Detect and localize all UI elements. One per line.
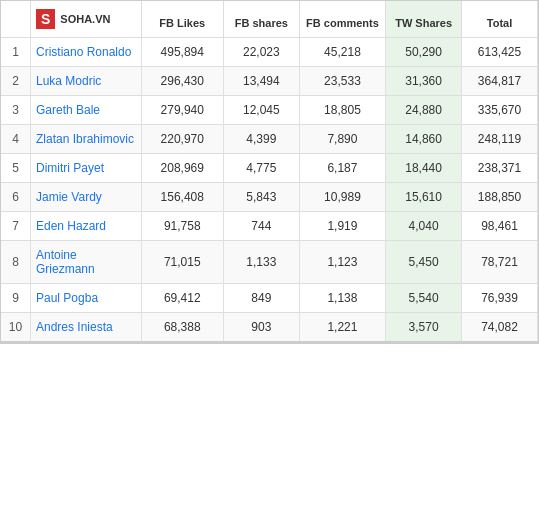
fb-likes-cell: 69,412 (141, 284, 223, 313)
total-cell: 188,850 (462, 183, 538, 212)
player-name[interactable]: Cristiano Ronaldo (31, 38, 142, 67)
rank-cell: 7 (1, 212, 31, 241)
fb-likes-cell: 208,969 (141, 154, 223, 183)
table-row: 3 Gareth Bale 279,940 12,045 18,805 24,8… (1, 96, 538, 125)
player-name[interactable]: Antoine Griezmann (31, 241, 142, 284)
tw-shares-cell: 24,880 (386, 96, 462, 125)
tw-shares-cell: 5,450 (386, 241, 462, 284)
fb-shares-cell: 1,133 (223, 241, 299, 284)
fb-comments-cell: 23,533 (299, 67, 385, 96)
rank-cell: 4 (1, 125, 31, 154)
fb-shares-header: FB shares (223, 1, 299, 38)
total-cell: 248,119 (462, 125, 538, 154)
tw-shares-cell: 3,570 (386, 313, 462, 343)
fb-shares-cell: 744 (223, 212, 299, 241)
tw-shares-cell: 14,860 (386, 125, 462, 154)
fb-shares-cell: 4,399 (223, 125, 299, 154)
player-name[interactable]: Paul Pogba (31, 284, 142, 313)
rank-cell: 3 (1, 96, 31, 125)
rank-cell: 10 (1, 313, 31, 343)
fb-comments-cell: 18,805 (299, 96, 385, 125)
player-name[interactable]: Luka Modric (31, 67, 142, 96)
total-cell: 74,082 (462, 313, 538, 343)
table-row: 7 Eden Hazard 91,758 744 1,919 4,040 98,… (1, 212, 538, 241)
fb-likes-cell: 296,430 (141, 67, 223, 96)
fb-likes-cell: 68,388 (141, 313, 223, 343)
tw-shares-cell: 5,540 (386, 284, 462, 313)
fb-comments-header: FB comments (299, 1, 385, 38)
table-row: 6 Jamie Vardy 156,408 5,843 10,989 15,61… (1, 183, 538, 212)
tw-shares-cell: 4,040 (386, 212, 462, 241)
fb-shares-cell: 5,843 (223, 183, 299, 212)
fb-likes-cell: 71,015 (141, 241, 223, 284)
total-cell: 78,721 (462, 241, 538, 284)
rank-cell: 2 (1, 67, 31, 96)
table-row: 1 Cristiano Ronaldo 495,894 22,023 45,21… (1, 38, 538, 67)
rank-header (1, 1, 31, 38)
fb-comments-cell: 1,919 (299, 212, 385, 241)
tw-shares-cell: 15,610 (386, 183, 462, 212)
player-name[interactable]: Zlatan Ibrahimovic (31, 125, 142, 154)
logo-text: SOHA.VN (60, 13, 110, 25)
tw-shares-header: TW Shares (386, 1, 462, 38)
rank-cell: 8 (1, 241, 31, 284)
fb-shares-cell: 12,045 (223, 96, 299, 125)
fb-likes-cell: 156,408 (141, 183, 223, 212)
table-row: 9 Paul Pogba 69,412 849 1,138 5,540 76,9… (1, 284, 538, 313)
tw-shares-cell: 50,290 (386, 38, 462, 67)
table-row: 2 Luka Modric 296,430 13,494 23,533 31,3… (1, 67, 538, 96)
fb-comments-cell: 1,221 (299, 313, 385, 343)
name-header: S SOHA.VN (31, 1, 142, 38)
total-cell: 613,425 (462, 38, 538, 67)
total-cell: 238,371 (462, 154, 538, 183)
player-name[interactable]: Eden Hazard (31, 212, 142, 241)
fb-likes-cell: 91,758 (141, 212, 223, 241)
fb-likes-cell: 495,894 (141, 38, 223, 67)
table-row: 5 Dimitri Payet 208,969 4,775 6,187 18,4… (1, 154, 538, 183)
player-name[interactable]: Dimitri Payet (31, 154, 142, 183)
total-cell: 76,939 (462, 284, 538, 313)
fb-shares-cell: 22,023 (223, 38, 299, 67)
header-row: S SOHA.VN FB Likes FB shares FB comments… (1, 1, 538, 38)
player-name[interactable]: Jamie Vardy (31, 183, 142, 212)
table-row: 8 Antoine Griezmann 71,015 1,133 1,123 5… (1, 241, 538, 284)
fb-shares-cell: 849 (223, 284, 299, 313)
fb-comments-cell: 1,138 (299, 284, 385, 313)
player-name[interactable]: Andres Iniesta (31, 313, 142, 343)
rank-cell: 1 (1, 38, 31, 67)
player-name[interactable]: Gareth Bale (31, 96, 142, 125)
fb-comments-cell: 45,218 (299, 38, 385, 67)
total-header: Total (462, 1, 538, 38)
fb-shares-cell: 4,775 (223, 154, 299, 183)
fb-shares-cell: 13,494 (223, 67, 299, 96)
rank-cell: 6 (1, 183, 31, 212)
rank-cell: 5 (1, 154, 31, 183)
fb-likes-cell: 279,940 (141, 96, 223, 125)
fb-comments-cell: 6,187 (299, 154, 385, 183)
table-row: 10 Andres Iniesta 68,388 903 1,221 3,570… (1, 313, 538, 343)
rank-cell: 9 (1, 284, 31, 313)
table-row: 4 Zlatan Ibrahimovic 220,970 4,399 7,890… (1, 125, 538, 154)
total-cell: 364,817 (462, 67, 538, 96)
fb-shares-cell: 903 (223, 313, 299, 343)
fb-comments-cell: 10,989 (299, 183, 385, 212)
tw-shares-cell: 31,360 (386, 67, 462, 96)
fb-likes-header: FB Likes (141, 1, 223, 38)
fb-comments-cell: 7,890 (299, 125, 385, 154)
logo-s: S (36, 9, 55, 29)
fb-likes-cell: 220,970 (141, 125, 223, 154)
tw-shares-cell: 18,440 (386, 154, 462, 183)
total-cell: 98,461 (462, 212, 538, 241)
main-container: S SOHA.VN FB Likes FB shares FB comments… (0, 0, 539, 344)
total-cell: 335,670 (462, 96, 538, 125)
data-table: S SOHA.VN FB Likes FB shares FB comments… (1, 1, 538, 343)
fb-comments-cell: 1,123 (299, 241, 385, 284)
